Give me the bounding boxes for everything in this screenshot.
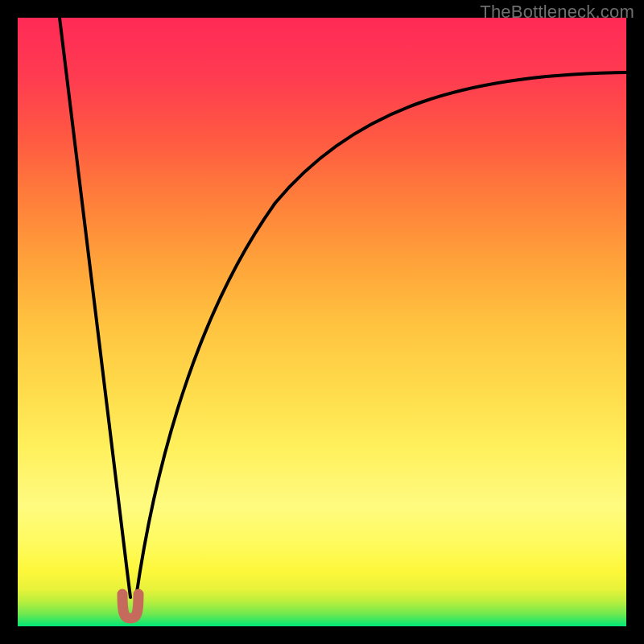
watermark-text: TheBottleneck.com xyxy=(480,2,634,23)
right-branch-path xyxy=(136,72,626,597)
curve-overlay xyxy=(18,18,626,626)
left-branch-path xyxy=(60,18,130,597)
chart-frame: TheBottleneck.com xyxy=(0,0,644,644)
